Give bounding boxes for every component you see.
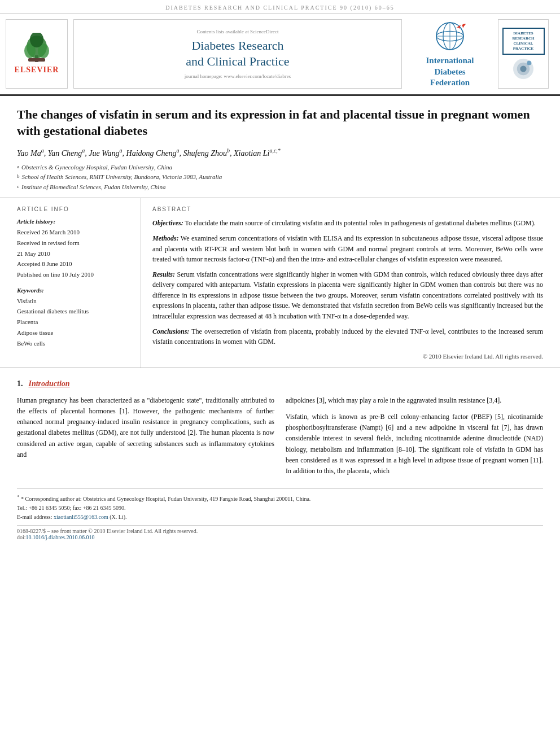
abstract-objectives: Objectives: To elucidate the main source… [152,218,543,229]
elsevier-logo: ELSEVIER [6,19,68,89]
bottom-bar: 0168-8227/$ – see front matter © 2010 El… [17,525,543,540]
svg-point-14 [527,61,531,65]
journal-info: Contents lists available at ScienceDirec… [73,19,402,89]
authors-line: Yao Maa, Yan Chenga, Jue Wanga, Haidong … [17,147,543,158]
article-info-abstract: ARTICLE INFO Article history: Received 2… [0,198,560,368]
paper-title: The changes of visfatin in serum and its… [17,106,543,139]
intro-title: Introduction [29,379,70,388]
doi-link[interactable]: 10.1016/j.diabres.2010.06.010 [26,534,95,540]
keyword-2: Placenta [17,317,129,327]
methods-label: Methods: [152,234,179,242]
history-item-1: Received in revised form [17,238,129,248]
affiliation-b: b School of Health Sciences, RMIT Univer… [17,172,543,182]
keywords-label: Keywords: [17,287,129,294]
conclusions-text: The oversecretion of visfatin from place… [152,327,543,346]
footnote-email: E-mail address: xiaotianli555@163.com (X… [17,513,543,522]
abstract-label-header: ABSTRACT [152,206,543,212]
article-info-col: ARTICLE INFO Article history: Received 2… [17,198,141,368]
elsevier-text: ELSEVIER [15,65,59,75]
affiliation-a: a Obstetrics & Gynecology Hospital, Fuda… [17,163,543,173]
affiliations: a Obstetrics & Gynecology Hospital, Fuda… [17,163,543,193]
intro-left-col: Human pregnancy has been characterized a… [17,395,274,477]
history-item-0: Received 26 March 2010 [17,227,129,238]
header-area: ELSEVIER Contents lists available at Sci… [0,14,560,96]
affil-b-text: School of Health Sciences, RMIT Universi… [22,172,222,182]
journal-top-bar: DIABETES RESEARCH AND CLINICAL PRACTICE … [0,0,560,14]
intro-body: Human pregnancy has been characterized a… [17,395,543,477]
footnote-corresponding: * * Corresponding author at: Obstetrics … [17,493,543,504]
keyword-1: Gestational diabetes mellitus [17,306,129,317]
intro-right-col: adipokines [3], which may play a role in… [286,395,543,477]
idf-logo: International Diabetes Federation [408,19,492,89]
journal-title: Diabetes Research and Clinical Practice [186,38,289,70]
objectives-label: Objectives: [152,219,183,227]
idf-text: International Diabetes Federation [426,55,474,89]
doi-line: doi:10.1016/j.diabres.2010.06.010 [17,534,543,540]
idf-line3: Federation [430,78,470,87]
conclusions-label: Conclusions: [152,327,189,335]
intro-right-para1: adipokines [3], which may play a role in… [286,395,543,406]
idf-line2: Diabetes [434,67,465,76]
history-item-2: 21 May 2010 [17,248,129,259]
affiliation-c: c Institute of Biomedical Sciences, Fuda… [17,182,543,193]
keyword-3: Adipose tissue [17,327,129,338]
svg-point-13 [520,65,526,72]
journal-citation: DIABETES RESEARCH AND CLINICAL PRACTICE … [165,5,394,11]
footnote-email-link[interactable]: xiaotianli555@163.com [54,514,108,520]
journal-title-line2: and Clinical Practice [186,54,289,68]
sciencedirect-label: Contents lists available at ScienceDirec… [197,29,279,34]
body-section: 1. Introduction Human pregnancy has been… [0,368,560,488]
results-text: Serum visfatin concentrations were signi… [152,270,543,320]
idf-line1: International [426,56,474,65]
keyword-4: BeWo cells [17,338,129,349]
footnote-corresponding-text: * Corresponding author at: Obstetrics an… [21,496,310,502]
abstract-methods: Methods: We examined serum concentration… [152,233,543,265]
affil-a-text: Obstetrics & Gynecology Hospital, Fudan … [21,163,172,173]
globe-icon [433,19,467,53]
paper-title-section: The changes of visfatin in serum and its… [0,96,560,199]
history-label: Article history: [17,218,129,225]
methods-text: We examined serum concentrations of visf… [152,234,543,263]
intro-heading: 1. Introduction [17,379,543,388]
abstract-results: Results: Serum visfatin concentrations w… [152,269,543,322]
affil-c-text: Institute of Biomedical Sciences, Fudan … [21,182,165,193]
results-label: Results: [152,270,175,278]
drcp-logo: DIABETES RESEARCH CLINICAL PRACTICE [498,19,549,89]
article-info-label: ARTICLE INFO [17,206,129,212]
abstract-col: ABSTRACT Objectives: To elucidate the ma… [141,198,543,368]
elsevier-tree-icon [20,33,54,64]
drcp-badge-text: DIABETES RESEARCH CLINICAL PRACTICE [502,28,545,55]
drcp-circle-icon [512,58,535,80]
abstract-conclusions: Conclusions: The oversecretion of visfat… [152,326,543,347]
svg-rect-5 [28,58,45,62]
history-item-4: Published on line 10 July 2010 [17,269,129,280]
history-item-3: Accepted 8 June 2010 [17,259,129,269]
footnote-star-icon: * [17,494,20,500]
keyword-0: Visfatin [17,296,129,307]
intro-right-para2: Visfatin, which is known as pre-B cell c… [286,412,543,477]
intro-left-para: Human pregnancy has been characterized a… [17,395,274,460]
issn-line: 0168-8227/$ – see front matter © 2010 El… [17,528,543,534]
copyright-line: © 2010 Elsevier Ireland Ltd. All rights … [152,353,543,360]
journal-title-line1: Diabetes Research [191,38,283,53]
footnote-tel: Tel.: +86 21 6345 5050; fax: +86 21 6345… [17,504,543,513]
footnote-section: * * Corresponding author at: Obstetrics … [17,488,543,525]
intro-number: 1. [17,379,23,388]
journal-url: journal homepage: www.elsevier.com/locat… [185,73,291,79]
objectives-text: To elucidate the main source of circulat… [185,219,535,227]
